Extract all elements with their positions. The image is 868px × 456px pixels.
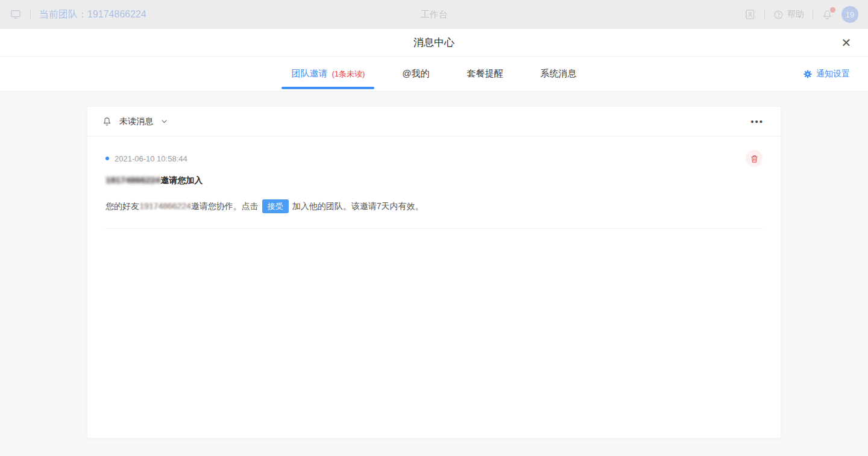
tab-team-invites[interactable]: 团队邀请 (1条未读) bbox=[281, 57, 374, 91]
current-team-label[interactable]: 当前团队：19174866224 bbox=[39, 8, 146, 21]
delete-message-button[interactable] bbox=[746, 150, 763, 167]
gear-icon bbox=[803, 69, 813, 79]
workspace-monitor-icon[interactable] bbox=[10, 8, 22, 20]
panel-header: 未读消息 ••• bbox=[87, 107, 781, 137]
workbench-title: 工作台 bbox=[421, 9, 448, 20]
notification-dot bbox=[830, 7, 835, 13]
avatar[interactable]: 19 bbox=[841, 6, 858, 23]
tab-label: @我的 bbox=[402, 68, 429, 80]
redacted-phone-number: 19174866224 bbox=[105, 175, 160, 185]
tabs-bar: 团队邀请 (1条未读) @我的 套餐提醒 系统消息 bbox=[0, 57, 868, 92]
topbar-divider bbox=[30, 10, 31, 19]
redacted-phone-number: 19174866224 bbox=[139, 198, 191, 214]
topbar-divider bbox=[813, 10, 813, 19]
messages-panel: 未读消息 ••• 2021-06-10 10:58:44 bbox=[87, 107, 781, 438]
topbar-divider bbox=[764, 10, 765, 19]
top-bar: 当前团队：19174866224 工作台 bbox=[0, 0, 868, 29]
chevron-down-icon bbox=[160, 117, 168, 125]
question-circle-icon bbox=[773, 10, 784, 20]
unread-badge: (1条未读) bbox=[332, 69, 365, 80]
tab-label: 团队邀请 bbox=[291, 68, 327, 80]
close-icon[interactable]: ✕ bbox=[838, 34, 855, 51]
message-center-modal: 消息中心 ✕ 团队邀请 (1条未读) @我的 套餐提醒 系统消息 bbox=[0, 29, 868, 456]
help-button[interactable]: 帮助 bbox=[773, 9, 804, 20]
unread-dot bbox=[105, 157, 109, 160]
tab-plan-reminders[interactable]: 套餐提醒 bbox=[458, 57, 513, 91]
message-timestamp: 2021-06-10 10:58:44 bbox=[115, 154, 187, 163]
more-actions-icon[interactable]: ••• bbox=[748, 114, 766, 128]
contacts-icon[interactable] bbox=[744, 8, 756, 20]
accept-button[interactable]: 接受 bbox=[262, 199, 289, 213]
active-tab-underline bbox=[281, 87, 374, 89]
message-title: 19174866224邀请您加入 bbox=[105, 175, 763, 186]
message-divider bbox=[105, 228, 763, 229]
tab-system-messages[interactable]: 系统消息 bbox=[531, 57, 587, 91]
unread-filter-dropdown[interactable]: 未读消息 bbox=[102, 116, 168, 127]
message-body: 您的好友 19174866224 邀请您协作。点击 接受 加入他的团队。该邀请7… bbox=[105, 198, 763, 214]
tab-label: 系统消息 bbox=[541, 68, 577, 80]
help-label: 帮助 bbox=[787, 9, 804, 20]
message-item: 2021-06-10 10:58:44 bbox=[87, 137, 781, 229]
tab-content: 未读消息 ••• 2021-06-10 10:58:44 bbox=[0, 92, 868, 456]
notification-settings-button[interactable]: 通知设置 bbox=[803, 69, 850, 80]
tab-label: 套餐提醒 bbox=[467, 68, 503, 80]
filter-label: 未读消息 bbox=[119, 116, 153, 127]
bell-icon bbox=[102, 116, 112, 126]
notification-settings-label: 通知设置 bbox=[816, 69, 850, 80]
modal-header: 消息中心 ✕ bbox=[0, 29, 868, 57]
trash-icon bbox=[750, 154, 759, 163]
page-title: 消息中心 bbox=[414, 36, 454, 49]
tab-mentions[interactable]: @我的 bbox=[392, 57, 439, 91]
notifications-bell-icon[interactable] bbox=[822, 9, 833, 20]
